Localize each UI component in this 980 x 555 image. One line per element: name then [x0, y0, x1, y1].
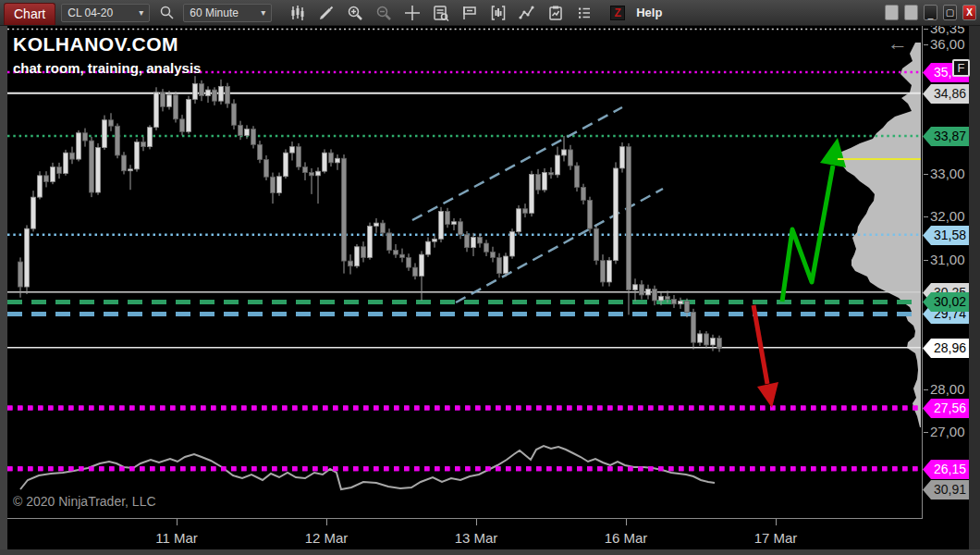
interval-dropdown[interactable]: 60 Minute ▾ [183, 4, 272, 22]
price-label-tag: 26,15 [923, 460, 969, 479]
instrument-value: CL 04-20 [67, 6, 126, 19]
properties-list-icon[interactable] [573, 3, 595, 23]
price-label-plain: 27,00 [930, 424, 965, 440]
minimize-button[interactable]: _ [924, 5, 937, 20]
time-label: 13 Mar [455, 530, 498, 546]
fixed-scale-button[interactable]: F [952, 59, 970, 77]
price-label-tag: 33,87 [923, 127, 969, 146]
titlebar-button-extra-1[interactable] [885, 5, 899, 20]
titlebar-button-extra-2[interactable] [904, 5, 918, 20]
interval-value: 60 Minute [190, 6, 248, 19]
time-tick [177, 519, 178, 525]
time-label: 17 Mar [754, 530, 798, 546]
help-menu[interactable]: Help [636, 6, 662, 19]
chart-report-icon[interactable] [430, 3, 452, 23]
axis-tick [924, 432, 928, 433]
time-tick [776, 519, 777, 525]
indicators-icon[interactable] [487, 3, 509, 23]
crosshair-icon[interactable] [401, 3, 423, 23]
time-tick [476, 519, 477, 525]
axis-tick [924, 216, 928, 217]
price-label-tag: 31,58 [923, 226, 969, 245]
price-label-plain: 36,00 [930, 36, 965, 53]
watermark-title: KOLHANOV.COM [13, 33, 178, 56]
axis-tick [924, 174, 928, 175]
pencil-draw-icon[interactable] [315, 3, 337, 23]
price-label-plain: 28,00 [930, 381, 965, 398]
window-frame-bottom [0, 549, 980, 555]
chevron-down-icon: ▾ [261, 7, 265, 18]
ninjatrader-chart-window: Chart CL 04-20 ▾ 60 Minute ▾ Z Help _ ▢ … [0, 0, 980, 555]
price-chart [7, 26, 922, 518]
time-label: 11 Mar [155, 530, 198, 546]
time-axis[interactable]: 11 Mar12 Mar13 Mar16 Mar17 Mar [7, 518, 969, 549]
zoom-out-icon[interactable] [373, 3, 395, 23]
search-icon[interactable] [155, 3, 178, 23]
polyline-icon[interactable] [516, 3, 538, 23]
red-down-arrow-head [757, 382, 778, 408]
price-label-tag: 28,96 [923, 339, 969, 358]
z-menu-icon[interactable]: Z [610, 6, 625, 20]
close-button[interactable]: X [962, 5, 976, 20]
axis-tick [924, 260, 928, 261]
price-label-tag: 30,02 [923, 292, 969, 312]
price-label-tag: 27,56 [923, 399, 969, 418]
toolbar: Chart CL 04-20 ▾ 60 Minute ▾ Z Help _ ▢ … [0, 0, 980, 26]
price-label-tag: 30,91 [923, 480, 969, 500]
copyright-text: © 2020 NinjaTrader, LLC [13, 494, 156, 509]
candles-group [18, 76, 722, 352]
maximize-button[interactable]: ▢ [943, 5, 957, 20]
zoom-in-icon[interactable] [344, 3, 366, 23]
red-down-arrow [753, 305, 767, 384]
tab-chart[interactable]: Chart [4, 3, 55, 25]
price-label-plain: 31,00 [930, 252, 965, 268]
axis-border [7, 518, 923, 519]
regions-icon[interactable] [459, 3, 481, 23]
price-label-plain: 32,00 [930, 208, 965, 225]
time-tick [626, 519, 627, 525]
strategies-icon[interactable] [545, 3, 567, 23]
chart-canvas[interactable]: KOLHANOV.COM chat room, training, analys… [7, 26, 922, 518]
axis-tick [924, 44, 928, 45]
price-axis[interactable]: 36,3536,0035,3534,8633,8733,0032,0031,58… [922, 26, 969, 518]
price-label-plain: 33,00 [930, 166, 965, 182]
window-frame-right [969, 26, 980, 549]
chevron-down-icon: ▾ [139, 7, 143, 18]
watermark-subtitle: chat room, training, analysis [13, 60, 201, 76]
time-label: 12 Mar [305, 530, 349, 546]
instrument-dropdown[interactable]: CL 04-20 ▾ [61, 4, 150, 22]
time-tick [326, 519, 327, 525]
price-label-tag: 34,86 [923, 84, 969, 104]
time-label: 16 Mar [605, 530, 648, 546]
axis-tick [924, 389, 928, 390]
axis-tick [924, 29, 928, 30]
candlestick-style-icon[interactable] [287, 3, 309, 23]
scroll-left-icon[interactable]: ← [888, 33, 908, 54]
